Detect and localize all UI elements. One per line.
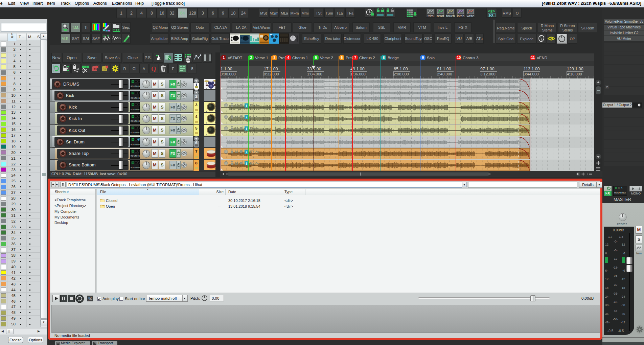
svg-text:M: M xyxy=(132,162,134,164)
svg-text:FX: FX xyxy=(250,150,254,154)
svg-text:M: M xyxy=(235,127,238,131)
svg-text:Q: Q xyxy=(151,65,156,72)
svg-text:M: M xyxy=(132,104,134,106)
svg-text:M: M xyxy=(132,127,134,129)
svg-text:M: M xyxy=(132,115,134,118)
svg-text:M: M xyxy=(132,150,134,153)
svg-text:M: M xyxy=(132,138,134,141)
svg-text:M: M xyxy=(235,161,238,165)
svg-text:M: M xyxy=(235,150,238,154)
svg-text:M: M xyxy=(235,104,238,108)
svg-text:M: M xyxy=(132,80,134,83)
svg-text:FX: FX xyxy=(250,115,254,119)
svg-text:i: i xyxy=(246,104,247,108)
svg-text:i: i xyxy=(246,115,247,119)
svg-text:M: M xyxy=(235,115,238,119)
svg-text:S: S xyxy=(104,67,106,71)
svg-text:FX: FX xyxy=(250,161,254,165)
svg-text:S: S xyxy=(138,138,140,141)
svg-text:FX: FX xyxy=(250,127,254,131)
svg-text:i: i xyxy=(246,127,247,131)
svg-text:i: i xyxy=(246,162,247,165)
svg-text:M: M xyxy=(132,92,134,94)
svg-text:i: i xyxy=(246,150,247,154)
svg-text:FX: FX xyxy=(489,14,493,17)
svg-text:FX: FX xyxy=(250,104,254,108)
